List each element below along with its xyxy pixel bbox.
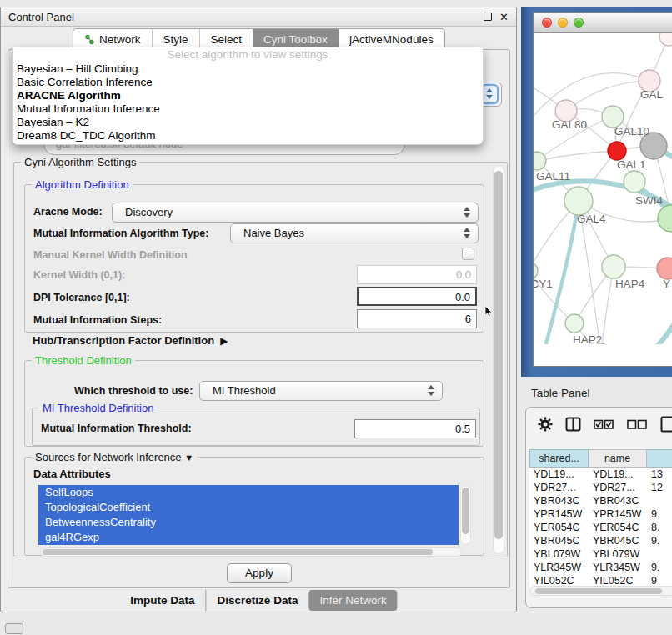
column-header-name[interactable]: name	[589, 449, 647, 468]
document-icon[interactable]	[660, 416, 672, 432]
settings-scrollbar-thumb[interactable]	[494, 171, 503, 539]
sources-title: Sources for Network Inference	[35, 451, 182, 463]
mouse-cursor	[484, 306, 494, 318]
table-cell: 8.	[647, 521, 672, 534]
which-threshold-combo[interactable]: MI Threshold	[199, 381, 443, 401]
aracne-mode-combo[interactable]: Discovery	[112, 202, 479, 222]
table-panel-title: Table Panel	[531, 387, 590, 399]
network-frame[interactable]: GALGAL80GAL10GAL1GAL11SWI4GAL4GCY1HAP4YH…	[521, 7, 672, 377]
table-row[interactable]: YDL19...YDL19...13	[529, 468, 672, 481]
dock-panel-icon[interactable]	[5, 623, 23, 634]
network-edge	[624, 302, 672, 344]
attributes-hscrollbar[interactable]	[40, 548, 462, 557]
checked-boxes-icon[interactable]	[594, 418, 614, 431]
combo-value: MI Threshold	[213, 384, 276, 397]
tab-label: Style	[163, 33, 188, 46]
data-attribute-item[interactable]: BetweennessCentrality	[38, 515, 459, 530]
close-icon[interactable]: ✕	[499, 12, 509, 22]
cyni-bottom-tabs: Impute Data Discretize Data Infer Networ…	[119, 590, 397, 611]
kernel-width-field[interactable]: 0.0	[357, 265, 477, 284]
algorithm-option[interactable]: ARACNE Algorithm	[13, 89, 483, 102]
tab-infer-network[interactable]: Infer Network	[308, 590, 397, 611]
mi-threshold-label: Mutual Information Threshold:	[41, 422, 192, 434]
network-node[interactable]	[608, 142, 626, 160]
network-graph	[534, 33, 672, 344]
table-cell: YPR145W	[529, 508, 589, 521]
unchecked-boxes-icon[interactable]	[627, 418, 648, 431]
mi-steps-label: Mutual Information Steps:	[33, 314, 162, 326]
table-row[interactable]: YBR043CYBR043C	[529, 494, 672, 508]
network-window: GALGAL80GAL10GAL1GAL11SWI4GAL4GCY1HAP4YH…	[533, 12, 672, 367]
table-hscrollbar[interactable]	[529, 586, 672, 596]
network-node[interactable]	[602, 255, 625, 278]
tab-impute-data[interactable]: Impute Data	[119, 590, 205, 611]
minimize-traffic-light-icon[interactable]	[558, 18, 568, 28]
algorithm-option[interactable]: Bayesian – Hill Climbing	[13, 62, 483, 76]
node-table: shared... name YDL19...YDL19...13YDR27..…	[529, 449, 672, 588]
tab-discretize-data[interactable]: Discretize Data	[206, 590, 309, 611]
table-row[interactable]: YLR345WYLR345W9.	[529, 561, 672, 574]
column-header-shared[interactable]: shared...	[529, 449, 589, 468]
network-node[interactable]	[658, 205, 672, 232]
algorithm-option[interactable]: Basic Correlation Inference	[13, 76, 483, 89]
combo-arrow-button[interactable]	[481, 84, 499, 104]
node-label: GCY1	[534, 278, 553, 290]
table-row[interactable]: YER054CYER054C8.	[529, 521, 672, 534]
manual-kernel-checkbox[interactable]	[462, 248, 474, 260]
mi-steps-field[interactable]: 6	[357, 309, 477, 328]
network-canvas[interactable]: GALGAL80GAL10GAL1GAL11SWI4GAL4GCY1HAP4YH…	[534, 33, 672, 344]
spinner-arrows-icon	[486, 88, 493, 99]
table-row[interactable]: YPR145WYPR145W9.	[529, 508, 672, 521]
gear-icon[interactable]	[538, 417, 553, 432]
network-node[interactable]	[624, 171, 645, 192]
data-attribute-item[interactable]: TopologicalCoefficient	[38, 500, 459, 515]
column-header-clipped[interactable]	[647, 449, 672, 468]
hub-definition-expander[interactable]: Hub/Transcription Factor Definition ▶	[33, 334, 228, 347]
network-window-titlebar[interactable]	[534, 12, 672, 33]
node-label: HAP4	[615, 278, 644, 290]
algorithm-option[interactable]: Mutual Information Inference	[13, 102, 483, 116]
network-node[interactable]	[657, 258, 672, 279]
attributes-scrollbar-thumb[interactable]	[462, 488, 469, 534]
network-node[interactable]	[659, 33, 672, 46]
network-node[interactable]	[565, 314, 584, 332]
mi-type-combo[interactable]: Naive Bayes	[230, 223, 479, 243]
table-cell: YBL079W	[529, 548, 589, 561]
mi-threshold-field[interactable]: 0.5	[354, 419, 476, 438]
algorithm-option[interactable]: Dream8 DC_TDC Algorithm	[13, 129, 483, 142]
table-cell: YBR043C	[529, 494, 589, 508]
table-cell: YBR045C	[529, 534, 589, 548]
table-cell: 9.	[647, 534, 672, 548]
settings-scrollbar[interactable]	[493, 165, 504, 554]
sources-group: Sources for Network Inference ▼ Data Att…	[24, 457, 484, 556]
sources-expander[interactable]: Sources for Network Inference ▼	[32, 451, 197, 463]
panel-title: Control Panel	[8, 11, 74, 23]
group-title: Threshold Definition	[32, 354, 135, 367]
combo-value: Discovery	[125, 206, 173, 218]
split-columns-icon[interactable]	[565, 417, 581, 432]
table-row[interactable]: YBR045CYBR045C9.	[529, 534, 672, 548]
network-node[interactable]	[564, 187, 593, 215]
group-title: Algorithm Definition	[32, 178, 133, 191]
attributes-scrollbar[interactable]	[460, 485, 471, 545]
network-node[interactable]	[534, 152, 546, 170]
algorithm-option[interactable]: Bayesian – K2	[13, 116, 483, 129]
tab-label: jActiveMNodules	[349, 33, 434, 46]
dropdown-items: Bayesian – Hill ClimbingBasic Correlatio…	[13, 62, 483, 142]
zoom-traffic-light-icon[interactable]	[574, 18, 584, 28]
table-row[interactable]: YDR27...YDR27...12	[529, 481, 672, 494]
network-edge	[566, 81, 649, 111]
data-attributes-list[interactable]: SelfLoopsTopologicalCoefficientBetweenne…	[38, 485, 459, 545]
table-hscrollbar-thumb[interactable]	[535, 588, 662, 594]
float-window-icon[interactable]	[484, 12, 492, 21]
data-attribute-item[interactable]: SelfLoops	[38, 485, 459, 500]
dropdown-placeholder: Select algorithm to view settings	[13, 48, 483, 62]
dpi-tolerance-field[interactable]: 0.0	[357, 287, 477, 306]
table-cell: YLR345W	[529, 561, 589, 574]
data-attribute-item[interactable]: gal4RGexp	[38, 530, 459, 545]
table-row[interactable]: YBL079WYBL079W	[529, 548, 672, 561]
close-traffic-light-icon[interactable]	[542, 18, 552, 28]
table-cell: YBR043C	[589, 494, 647, 508]
apply-button[interactable]: Apply	[227, 563, 292, 583]
attributes-hscrollbar-thumb[interactable]	[43, 549, 433, 555]
